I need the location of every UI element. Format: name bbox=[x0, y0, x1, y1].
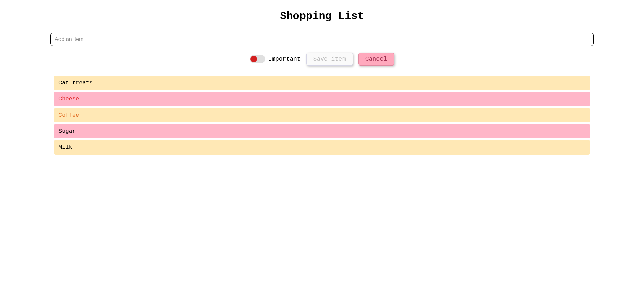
important-toggle-group: Important bbox=[250, 55, 300, 63]
controls-row: Important Save item Cancel bbox=[50, 53, 594, 66]
input-container bbox=[50, 33, 594, 46]
list-item[interactable]: Milk bbox=[54, 140, 590, 155]
page-title: Shopping List bbox=[50, 10, 594, 23]
shopping-list: Cat treatsCheeseCoffeeSugarMilk bbox=[50, 76, 594, 155]
cancel-button[interactable]: Cancel bbox=[358, 53, 394, 66]
list-item[interactable]: Sugar bbox=[54, 124, 590, 138]
add-item-input[interactable] bbox=[50, 33, 594, 46]
toggle-knob-icon bbox=[250, 56, 257, 62]
save-button[interactable]: Save item bbox=[306, 53, 353, 66]
important-toggle[interactable] bbox=[250, 55, 265, 63]
list-item[interactable]: Coffee bbox=[54, 108, 590, 122]
important-toggle-label: Important bbox=[268, 56, 300, 62]
list-item[interactable]: Cat treats bbox=[54, 76, 590, 90]
list-item[interactable]: Cheese bbox=[54, 92, 590, 106]
